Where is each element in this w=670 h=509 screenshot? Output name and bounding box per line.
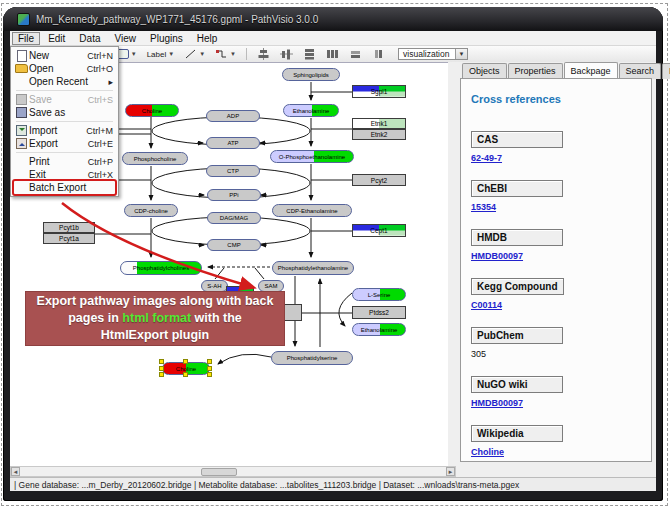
selection-handle[interactable] bbox=[159, 366, 164, 371]
menu-item-shortcut: Ctrl+S bbox=[88, 95, 113, 105]
horizontal-scroll-thumb[interactable] bbox=[201, 468, 237, 476]
stack-horizontal-button[interactable] bbox=[323, 46, 342, 62]
metabolite-node-phosphatidylcholines[interactable]: Phosphatidylcholines bbox=[120, 261, 202, 275]
menu-item-save-as[interactable]: Save as bbox=[12, 106, 117, 119]
tab-backpage[interactable]: Backpage bbox=[564, 62, 618, 78]
xref-link[interactable]: 15354 bbox=[471, 202, 643, 212]
selection-handle[interactable] bbox=[183, 359, 188, 364]
menu-item-open-recent[interactable]: Open Recent▸ bbox=[12, 75, 117, 88]
menu-item-open[interactable]: OpenCtrl+O bbox=[12, 62, 117, 75]
line-tool-button[interactable]: ▼ bbox=[181, 46, 208, 62]
metabolite-node-ctp[interactable]: CTP bbox=[206, 165, 260, 177]
xref-header-chebi: ChEBI bbox=[471, 180, 563, 197]
selection-handle[interactable] bbox=[159, 372, 164, 377]
gene-box[interactable] bbox=[282, 304, 302, 321]
metabolite-node-l-serine[interactable]: L-Serine bbox=[352, 288, 406, 301]
selection-handle[interactable] bbox=[207, 366, 212, 371]
chevron-down-icon[interactable]: ▼ bbox=[131, 51, 137, 57]
selection-handle[interactable] bbox=[159, 359, 164, 364]
menubar-item-file[interactable]: File bbox=[12, 32, 40, 45]
gene-box-pcyt2[interactable]: Pcyt2 bbox=[352, 174, 406, 186]
metabolite-node-phosphatidylserine[interactable]: Phosphatidylserine bbox=[271, 351, 353, 365]
new-document-icon bbox=[14, 50, 29, 61]
menu-item-new[interactable]: NewCtrl+N bbox=[12, 49, 117, 62]
xref-link[interactable]: HMDB00097 bbox=[471, 398, 643, 408]
chevron-down-icon[interactable]: ▼ bbox=[199, 51, 205, 57]
connector-icon bbox=[215, 48, 228, 60]
gene-box-etnk1[interactable]: Etnk1 bbox=[352, 118, 406, 129]
common-width-icon bbox=[349, 48, 362, 60]
label-tool-button[interactable]: Label ▼ bbox=[144, 48, 178, 61]
metabolite-node-phosphocholine[interactable]: Phosphocholine bbox=[122, 152, 188, 165]
menu-item-print[interactable]: PrintCtrl+P bbox=[12, 155, 117, 168]
stack-vertical-button[interactable] bbox=[300, 46, 319, 62]
common-height-button[interactable] bbox=[369, 46, 388, 62]
menubar-item-help[interactable]: Help bbox=[191, 32, 224, 45]
menu-item-export[interactable]: ExportCtrl+E bbox=[12, 137, 117, 150]
xref-link[interactable]: C00114 bbox=[471, 300, 643, 310]
backpage-panel[interactable]: Cross references CAS62-49-7ChEBI15354HMD… bbox=[460, 78, 652, 462]
menu-item-import[interactable]: ImportCtrl+M bbox=[12, 124, 117, 137]
metabolite-node-sphingolipids[interactable]: Sphingolipids bbox=[282, 68, 340, 81]
metabolite-node-ethanolamine[interactable]: Ethanolamine bbox=[352, 323, 406, 336]
menu-item-shortcut: Ctrl+O bbox=[87, 64, 113, 74]
xref-link[interactable]: HMDB00097 bbox=[471, 251, 643, 261]
gene-box-cept1[interactable]: Cept1 bbox=[352, 224, 406, 237]
metabolite-node-atp[interactable]: ATP bbox=[206, 137, 260, 149]
align-middle-icon bbox=[280, 48, 293, 60]
menubar-item-edit[interactable]: Edit bbox=[42, 32, 71, 45]
xref-header-wikipedia: Wikipedia bbox=[471, 425, 563, 442]
chevron-down-icon[interactable]: ▼ bbox=[168, 51, 174, 57]
visualization-combobox[interactable]: visualization ▼ bbox=[398, 48, 468, 60]
connector-tool-button[interactable]: ▼ bbox=[212, 46, 239, 62]
align-middle-button[interactable] bbox=[277, 46, 296, 62]
metabolite-node-dag-mag[interactable]: DAG/MAG bbox=[207, 212, 261, 224]
xref-link[interactable]: Choline bbox=[471, 447, 643, 457]
metabolite-node-cdp-choline[interactable]: CDP-choline bbox=[124, 204, 178, 217]
cross-references-sections: CAS62-49-7ChEBI15354HMDBHMDB00097Kegg Co… bbox=[471, 129, 643, 457]
metabolite-node-o-phosphoethanolamine[interactable]: O-Phosphoethanolamine bbox=[270, 150, 354, 163]
selection-handle[interactable] bbox=[207, 372, 212, 377]
metabolite-node-adp[interactable]: ADP bbox=[206, 110, 260, 122]
align-center-button[interactable] bbox=[254, 46, 273, 62]
metabolite-node-choline[interactable]: Choline bbox=[125, 104, 179, 117]
metabolite-node-phosphatidylethanolamine[interactable]: Phosphatidylethanolamine bbox=[272, 261, 354, 275]
chevron-down-icon[interactable]: ▼ bbox=[230, 51, 236, 57]
gene-box-pcyt1b[interactable]: Pcyt1b bbox=[43, 222, 95, 233]
side-panel-tabs: ObjectsPropertiesBackpageSearchLegend bbox=[462, 63, 670, 79]
metabolite-node-cdp-ethanolamine[interactable]: CDP-Ethanolamine bbox=[272, 204, 352, 217]
tab-legend[interactable]: Legend bbox=[662, 63, 670, 79]
scroll-right-icon[interactable]: ► bbox=[446, 467, 455, 476]
menubar-item-plugins[interactable]: Plugins bbox=[144, 32, 189, 45]
gene-box-ptdss2[interactable]: Ptdss2 bbox=[352, 306, 406, 319]
line-icon bbox=[184, 48, 197, 60]
metabolite-node-cmp[interactable]: CMP bbox=[207, 239, 261, 251]
title-bar[interactable]: Mm_Kennedy_pathway_WP1771_45176.gpml - P… bbox=[3, 7, 663, 31]
metabolite-node-ethanolamine[interactable]: Ethanolamine bbox=[283, 104, 339, 117]
gene-box-sgpl1[interactable]: Sgpl1 bbox=[352, 85, 406, 98]
annotation-line1: Export pathway images along with back bbox=[37, 293, 274, 310]
xref-link[interactable]: 62-49-7 bbox=[471, 153, 643, 163]
menu-item-batch-export[interactable]: Batch Export bbox=[12, 181, 117, 194]
menu-item-save[interactable]: SaveCtrl+S bbox=[12, 93, 117, 106]
tab-search[interactable]: Search bbox=[619, 63, 662, 79]
menu-separator bbox=[16, 90, 113, 91]
selection-handle[interactable] bbox=[183, 372, 188, 377]
menubar-item-view[interactable]: View bbox=[108, 32, 142, 45]
tab-objects[interactable]: Objects bbox=[462, 63, 507, 79]
xref-value: 305 bbox=[471, 349, 643, 359]
gene-box-pcyt1a[interactable]: Pcyt1a bbox=[43, 233, 95, 244]
menubar-item-data[interactable]: Data bbox=[73, 32, 106, 45]
metabolite-node-ppi[interactable]: PPi bbox=[207, 189, 261, 201]
app-icon bbox=[17, 13, 30, 26]
horizontal-scrollbar[interactable]: ◄ ► bbox=[10, 466, 456, 477]
tab-properties[interactable]: Properties bbox=[508, 63, 563, 79]
chevron-down-icon[interactable]: ▼ bbox=[455, 49, 467, 59]
gene-box-etnk2[interactable]: Etnk2 bbox=[352, 129, 406, 140]
scroll-left-icon[interactable]: ◄ bbox=[11, 467, 20, 476]
selection-handle[interactable] bbox=[207, 359, 212, 364]
common-width-button[interactable] bbox=[346, 46, 365, 62]
menu-item-label: Open bbox=[29, 63, 87, 74]
menu-item-shortcut: Ctrl+P bbox=[88, 157, 113, 167]
menu-item-label: Open Recent bbox=[29, 76, 108, 87]
